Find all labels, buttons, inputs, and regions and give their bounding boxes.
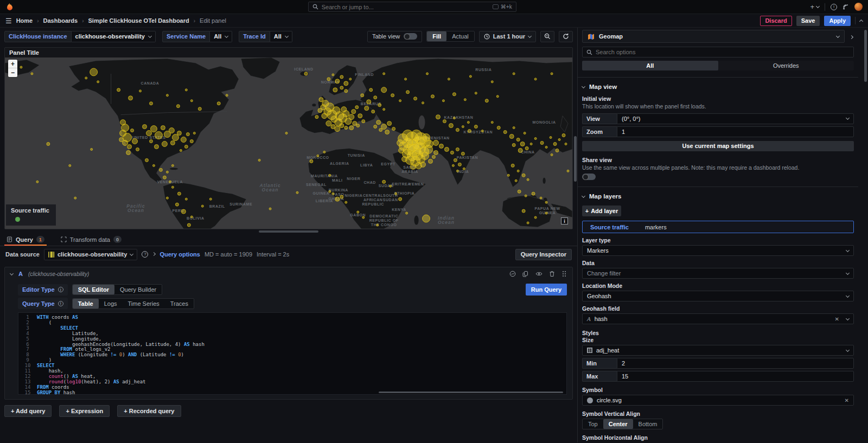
map-marker[interactable] (161, 126, 165, 130)
map-marker[interactable] (387, 121, 392, 126)
map-marker[interactable] (285, 132, 288, 134)
map-marker[interactable] (322, 113, 327, 119)
discard-button[interactable]: Discard (760, 16, 792, 26)
map-marker[interactable] (432, 155, 435, 158)
refresh-button[interactable] (559, 31, 573, 42)
map-marker[interactable] (429, 159, 433, 163)
query-builder-option[interactable]: Query Builder (114, 285, 162, 294)
variable-value-dropdown[interactable]: All (270, 31, 292, 42)
map-marker[interactable] (163, 176, 166, 179)
map-marker[interactable] (146, 131, 152, 136)
map-marker[interactable] (166, 94, 168, 97)
map-marker[interactable] (439, 144, 443, 148)
map-marker[interactable] (152, 164, 155, 166)
fill-option[interactable]: Fill (427, 31, 446, 41)
map-marker[interactable] (117, 88, 120, 92)
map-marker[interactable] (376, 120, 381, 125)
map-marker[interactable] (321, 105, 326, 110)
location-mode-select[interactable]: Geohash (582, 291, 854, 301)
map-marker[interactable] (376, 224, 379, 226)
map-marker[interactable] (357, 211, 359, 213)
map-marker[interactable] (340, 195, 343, 198)
map-marker[interactable] (399, 147, 404, 153)
map-marker[interactable] (226, 94, 228, 97)
data-filter-select[interactable]: Change filter (582, 268, 854, 279)
panel-header[interactable]: Panel Title (5, 48, 572, 57)
share-view-toggle[interactable] (582, 174, 596, 180)
map-marker[interactable] (467, 121, 469, 124)
map-marker[interactable] (534, 216, 537, 219)
zoom-input[interactable]: 1 (617, 126, 854, 137)
map-marker[interactable] (177, 192, 181, 195)
map-marker[interactable] (468, 130, 471, 133)
map-marker[interactable] (126, 150, 131, 155)
map-marker[interactable] (97, 81, 99, 83)
map-marker[interactable] (340, 124, 344, 128)
map-marker[interactable] (119, 138, 124, 142)
view-select[interactable]: (0°, 0°) (617, 113, 854, 124)
map-marker[interactable] (184, 145, 188, 148)
map-marker[interactable] (450, 151, 454, 154)
clear-icon[interactable]: ✕ (835, 316, 839, 322)
map-marker[interactable] (475, 92, 477, 94)
map-marker[interactable] (329, 174, 331, 176)
map-marker[interactable] (333, 88, 337, 92)
editor-horizontal-scrollbar[interactable] (379, 391, 563, 393)
map-marker[interactable] (448, 78, 450, 80)
map-marker[interactable] (85, 77, 87, 79)
map-marker[interactable] (463, 168, 465, 170)
map-marker[interactable] (150, 126, 157, 132)
map-marker[interactable] (304, 72, 308, 75)
map-marker[interactable] (474, 125, 477, 129)
map-marker[interactable] (481, 130, 483, 132)
map-marker[interactable] (139, 90, 142, 92)
map-marker[interactable] (201, 205, 203, 207)
map-marker[interactable] (433, 150, 438, 155)
map-marker[interactable] (74, 197, 76, 199)
traces-option[interactable]: Traces (165, 299, 194, 309)
map-marker[interactable] (356, 124, 360, 127)
map-marker[interactable] (381, 87, 387, 93)
map-marker[interactable] (372, 110, 375, 113)
map-marker[interactable] (385, 130, 390, 134)
map-marker[interactable] (381, 124, 387, 130)
map-marker[interactable] (513, 127, 515, 129)
map-marker[interactable] (392, 127, 395, 131)
map-marker[interactable] (567, 170, 569, 172)
map-marker[interactable] (454, 158, 457, 162)
map-marker[interactable] (524, 132, 526, 134)
min-input[interactable]: 2 (617, 358, 854, 369)
map-marker[interactable] (127, 144, 132, 149)
add-query-button[interactable]: + Add query (4, 405, 52, 417)
map-zoom-out-button[interactable]: − (8, 68, 17, 77)
map-marker[interactable] (534, 138, 537, 140)
map-marker[interactable] (47, 143, 50, 146)
map-zoom-in-button[interactable]: + (8, 60, 17, 68)
sql-code[interactable]: WITH coords AS ( SELECT Latitude, Longit… (37, 313, 205, 394)
map-marker[interactable] (491, 121, 493, 124)
map-marker[interactable] (332, 74, 334, 76)
map-marker[interactable] (258, 159, 260, 161)
map-marker[interactable] (367, 100, 371, 104)
map-marker[interactable] (349, 126, 354, 130)
layer-row-source-traffic[interactable]: Source traffic markers (582, 221, 854, 233)
map-marker[interactable] (352, 110, 356, 114)
map-marker[interactable] (185, 89, 187, 91)
logs-option[interactable]: Logs (99, 299, 123, 309)
map-marker[interactable] (362, 216, 365, 219)
map-marker[interactable] (414, 97, 417, 100)
layer-type-select[interactable]: Markers (582, 245, 854, 256)
map-marker[interactable] (365, 106, 369, 111)
map-marker[interactable] (190, 140, 193, 143)
map-marker[interactable] (171, 164, 174, 166)
map-marker[interactable] (516, 138, 520, 142)
map-marker[interactable] (335, 197, 340, 201)
map-marker[interactable] (180, 149, 182, 151)
max-input[interactable]: 15 (617, 371, 854, 382)
map-marker[interactable] (155, 132, 162, 139)
map-marker[interactable] (296, 191, 298, 194)
map-marker[interactable] (329, 190, 331, 192)
map-marker[interactable] (319, 98, 323, 102)
map-marker[interactable] (433, 140, 438, 146)
map-marker[interactable] (462, 126, 464, 128)
